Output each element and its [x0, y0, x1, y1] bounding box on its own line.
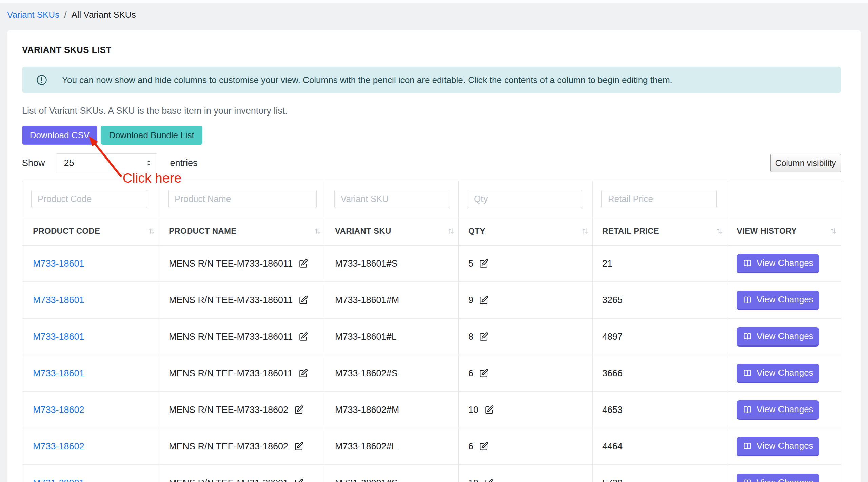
open-book-icon	[743, 478, 752, 482]
open-book-icon	[743, 258, 752, 268]
view-changes-button[interactable]: View Changes	[737, 254, 819, 273]
view-changes-button[interactable]: View Changes	[737, 400, 819, 420]
view-changes-button[interactable]: View Changes	[737, 327, 819, 347]
retail-price-value: 4897	[602, 332, 623, 342]
variant-sku-value: M733-18601#L	[335, 332, 397, 342]
edit-pencil-icon[interactable]	[294, 405, 304, 415]
product-name-value[interactable]: MENS R/N TEE-M733-186011	[169, 258, 293, 269]
column-header-view-history[interactable]: VIEW HISTORY	[727, 217, 841, 246]
retail-price-value: 3666	[602, 368, 623, 378]
product-code-link[interactable]: M733-18602	[33, 405, 84, 415]
table-row: M733-18601 MENS R/N TEE-M733-186011 M733…	[22, 355, 841, 392]
view-changes-button[interactable]: View Changes	[737, 474, 819, 482]
edit-pencil-icon[interactable]	[298, 295, 309, 305]
entries-select[interactable]: 25	[56, 153, 157, 172]
breadcrumb-current: All Variant SKUs	[71, 9, 136, 20]
product-code-link[interactable]: M731-28901	[33, 478, 84, 482]
entries-select-value: 25	[64, 158, 74, 168]
column-header-product-code[interactable]: PRODUCT CODE	[22, 217, 159, 246]
table-controls-row: Show 25 entries Column visibility	[22, 153, 841, 172]
sort-icon	[448, 227, 454, 235]
qty-value[interactable]: 9	[468, 295, 473, 305]
qty-value[interactable]: 10	[468, 405, 478, 415]
product-code-link[interactable]: M733-18602	[33, 441, 84, 452]
table-header-row: PRODUCT CODE PRODUCT NAME VARIANT SKU QT…	[22, 217, 841, 246]
open-book-icon	[743, 332, 752, 341]
edit-pencil-icon[interactable]	[298, 368, 309, 378]
view-changes-button[interactable]: View Changes	[737, 291, 819, 310]
product-name-value[interactable]: MENS R/N TEE-M731-28901	[169, 478, 288, 482]
page-title: VARIANT SKUS LIST	[22, 44, 841, 55]
download-csv-button[interactable]: Download CSV	[22, 126, 97, 145]
edit-pencil-icon[interactable]	[479, 441, 489, 452]
edit-pencil-icon[interactable]	[298, 258, 309, 269]
retail-price-value: 21	[602, 258, 612, 269]
edit-pencil-icon[interactable]	[484, 405, 494, 415]
product-name-value[interactable]: MENS R/N TEE-M733-186011	[169, 332, 293, 342]
column-header-retail-price[interactable]: RETAIL PRICE	[593, 217, 727, 246]
variant-skus-table: PRODUCT CODE PRODUCT NAME VARIANT SKU QT…	[22, 181, 841, 482]
qty-value[interactable]: 6	[468, 368, 473, 378]
product-name-value[interactable]: MENS R/N TEE-M733-18602	[169, 441, 288, 452]
product-code-link[interactable]: M733-18601	[33, 332, 84, 342]
column-header-qty[interactable]: QTY	[459, 217, 593, 246]
actions-row: Download CSV Download Bundle List	[22, 126, 841, 145]
filter-retail-price-input[interactable]	[601, 190, 717, 208]
retail-price-value: 4653	[602, 405, 623, 415]
table-row: M733-18601 MENS R/N TEE-M733-186011 M733…	[22, 245, 841, 282]
info-circle-icon	[36, 74, 48, 86]
open-book-icon	[743, 405, 752, 414]
list-description: List of Variant SKUs. A SKU is the base …	[22, 105, 841, 116]
filter-product-code-input[interactable]	[31, 190, 147, 208]
edit-pencil-icon[interactable]	[298, 332, 309, 342]
qty-value[interactable]: 8	[468, 332, 473, 342]
variant-sku-value: M733-18601#M	[335, 295, 399, 305]
qty-value[interactable]: 6	[468, 441, 473, 452]
open-book-icon	[743, 441, 752, 451]
breadcrumb-link-variant-skus[interactable]: Variant SKUs	[7, 9, 59, 20]
sort-icon	[581, 227, 588, 235]
edit-pencil-icon[interactable]	[479, 258, 489, 269]
qty-value[interactable]: 5	[468, 258, 473, 269]
table-row: M733-18602 MENS R/N TEE-M733-18602 M733-…	[22, 428, 841, 465]
variant-sku-value: M733-18602#M	[335, 405, 399, 415]
view-changes-button[interactable]: View Changes	[737, 437, 819, 456]
product-code-link[interactable]: M733-18601	[33, 258, 84, 269]
filter-qty-input[interactable]	[468, 190, 582, 208]
column-visibility-button[interactable]: Column visibility	[770, 154, 841, 172]
sort-icon	[830, 227, 837, 235]
edit-pencil-icon[interactable]	[294, 478, 304, 482]
product-name-value[interactable]: MENS R/N TEE-M733-186011	[169, 295, 293, 305]
filter-product-name-input[interactable]	[168, 190, 317, 208]
download-bundle-list-button[interactable]: Download Bundle List	[101, 126, 202, 145]
sort-icon	[716, 227, 723, 235]
retail-price-value: 5720	[602, 478, 623, 482]
open-book-icon	[743, 295, 752, 305]
retail-price-value: 3265	[602, 295, 623, 305]
breadcrumb: Variant SKUs / All Variant SKUs	[7, 9, 868, 20]
filter-row	[22, 181, 841, 217]
table-row: M733-18601 MENS R/N TEE-M733-186011 M733…	[22, 282, 841, 318]
product-code-link[interactable]: M733-18601	[33, 368, 84, 378]
product-name-value[interactable]: MENS R/N TEE-M733-186011	[169, 368, 293, 378]
edit-pencil-icon[interactable]	[484, 478, 494, 482]
qty-value[interactable]: 10	[468, 478, 478, 482]
product-name-value[interactable]: MENS R/N TEE-M733-18602	[169, 405, 288, 415]
table-row: M733-18602 MENS R/N TEE-M733-18602 M733-…	[22, 392, 841, 428]
column-header-variant-sku[interactable]: VARIANT SKU	[326, 217, 459, 246]
filter-empty-cell	[727, 181, 841, 217]
edit-pencil-icon[interactable]	[479, 295, 489, 305]
edit-pencil-icon[interactable]	[479, 332, 489, 342]
show-label: Show	[22, 158, 45, 168]
variant-sku-value: M733-18602#L	[335, 441, 397, 452]
view-changes-button[interactable]: View Changes	[737, 364, 819, 383]
edit-pencil-icon[interactable]	[294, 441, 304, 452]
info-banner-text: You can now show and hide columns to cus…	[62, 75, 672, 85]
product-code-link[interactable]: M733-18601	[33, 295, 84, 305]
table-row: M733-18601 MENS R/N TEE-M733-186011 M733…	[22, 318, 841, 355]
edit-pencil-icon[interactable]	[479, 368, 489, 378]
top-strip	[0, 0, 868, 3]
breadcrumb-separator: /	[64, 9, 66, 20]
column-header-product-name[interactable]: PRODUCT NAME	[159, 217, 326, 246]
filter-variant-sku-input[interactable]	[334, 190, 449, 208]
